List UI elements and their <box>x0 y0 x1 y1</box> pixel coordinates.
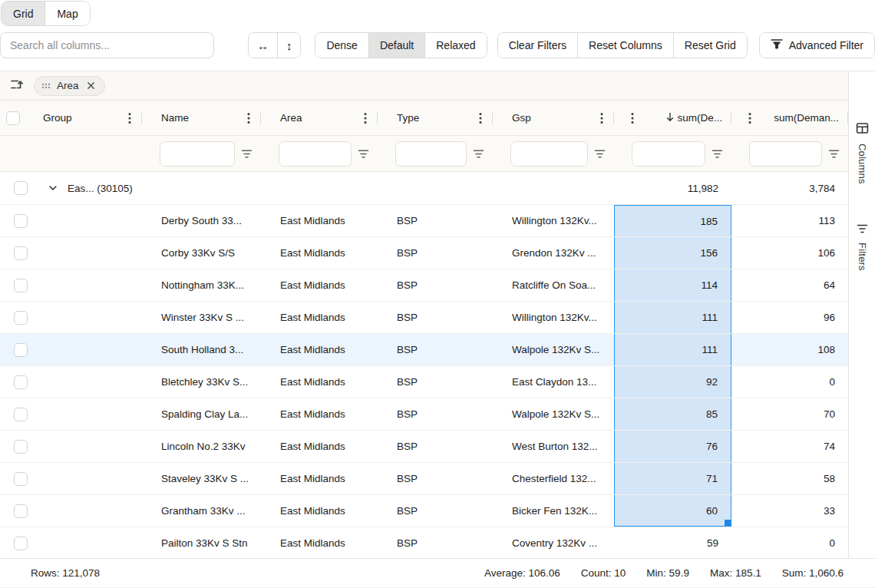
density-dense-button[interactable]: Dense <box>315 33 368 58</box>
column-menu-icon[interactable] <box>127 111 133 126</box>
type-cell[interactable]: BSP <box>378 269 493 301</box>
table-row[interactable]: Derby South 33...East MidlandsBSPWilling… <box>0 205 848 237</box>
type-cell[interactable]: BSP <box>378 366 493 398</box>
gsp-cell[interactable]: Coventry 132Kv ... <box>493 527 614 558</box>
density-default-button[interactable]: Default <box>368 33 424 58</box>
sum-demand2-cell[interactable]: 64 <box>731 269 848 301</box>
gsp-cell[interactable]: East Claydon 13... <box>493 366 614 398</box>
gsp-cell[interactable]: Walpole 132Kv S... <box>493 334 614 365</box>
group-column-cell[interactable] <box>37 463 142 494</box>
row-checkbox[interactable] <box>14 311 28 325</box>
area-cell[interactable]: East Midlands <box>261 366 378 398</box>
group-column-cell[interactable] <box>37 269 142 301</box>
name-cell[interactable]: Staveley 33Kv S ... <box>142 463 261 494</box>
group-column-cell[interactable] <box>37 527 142 558</box>
filter-menu-icon[interactable] <box>826 147 842 160</box>
row-checkbox[interactable] <box>14 537 28 550</box>
name-cell[interactable]: Pailton 33Kv S Stn <box>142 527 261 558</box>
sum-demand-cell[interactable]: 114 <box>614 269 731 301</box>
table-row[interactable]: Spalding Clay La...East MidlandsBSPWalpo… <box>0 398 848 431</box>
group-sum-demand2-cell[interactable]: 3,784 <box>731 172 848 204</box>
group-row[interactable]: Eas... (30105)11,9823,784 <box>0 172 848 205</box>
sidebar-tab-columns[interactable]: Columns <box>856 122 869 184</box>
gsp-cell[interactable]: Bicker Fen 132K... <box>493 495 614 527</box>
name-cell[interactable]: Bletchley 33Kv S... <box>142 366 261 398</box>
group-column-cell[interactable] <box>37 302 142 333</box>
tab-map[interactable]: Map <box>45 2 89 25</box>
chevron-down-icon[interactable] <box>46 181 60 195</box>
sum-demand2-cell[interactable]: 74 <box>731 431 848 462</box>
group-column-cell[interactable] <box>37 334 142 365</box>
filter-input-name[interactable] <box>160 141 235 167</box>
sum-demand2-cell[interactable]: 113 <box>731 205 848 236</box>
sum-demand2-cell[interactable]: 33 <box>731 495 848 527</box>
column-header-area[interactable]: Area <box>261 101 378 135</box>
group-sum-demand-cell[interactable]: 11,982 <box>614 172 731 204</box>
table-row[interactable]: Bletchley 33Kv S...East MidlandsBSPEast … <box>0 366 848 398</box>
column-menu-icon[interactable] <box>629 111 636 126</box>
area-cell[interactable]: East Midlands <box>261 431 378 462</box>
name-cell[interactable]: Winster 33Kv S ... <box>142 302 261 333</box>
name-cell[interactable]: Spalding Clay La... <box>142 398 261 430</box>
area-cell[interactable]: East Midlands <box>261 205 378 236</box>
sum-demand-cell[interactable]: 76 <box>614 431 731 462</box>
row-checkbox[interactable] <box>14 279 28 292</box>
area-cell[interactable]: East Midlands <box>261 302 378 333</box>
group-column-cell[interactable] <box>37 366 142 398</box>
name-cell[interactable]: Nottingham 33K... <box>142 269 261 301</box>
name-cell[interactable]: Derby South 33... <box>142 205 261 236</box>
table-row[interactable]: Winster 33Kv S ...East MidlandsBSPWillin… <box>0 302 848 334</box>
group-column-cell[interactable] <box>37 495 142 527</box>
type-cell[interactable]: BSP <box>378 237 493 269</box>
row-checkbox[interactable] <box>14 440 28 454</box>
filter-input-sumdeman[interactable] <box>749 141 822 167</box>
column-menu-icon[interactable] <box>747 111 753 126</box>
column-header-sumdeman[interactable]: sum(Deman... <box>731 101 848 135</box>
gsp-cell[interactable]: Chesterfield 132... <box>493 463 614 494</box>
group-cell[interactable]: Eas... (30105) <box>37 172 614 204</box>
column-header-type[interactable]: Type <box>378 101 493 135</box>
row-checkbox[interactable] <box>14 375 28 389</box>
gsp-cell[interactable]: Willington 132Kv... <box>493 205 614 236</box>
reset-columns-button[interactable]: Reset Columns <box>577 33 673 58</box>
row-checkbox[interactable] <box>14 246 28 260</box>
gsp-cell[interactable]: West Burton 132... <box>493 431 614 462</box>
type-cell[interactable]: BSP <box>378 431 493 462</box>
density-relaxed-button[interactable]: Relaxed <box>424 33 486 58</box>
filter-input-type[interactable] <box>395 141 467 167</box>
row-checkbox[interactable] <box>14 343 28 357</box>
sum-demand2-cell[interactable]: 108 <box>731 334 848 365</box>
sum-demand-cell[interactable]: 185 <box>614 205 731 236</box>
advanced-filter-button[interactable]: Advanced Filter <box>760 33 874 58</box>
column-header-name[interactable]: Name <box>142 101 261 135</box>
column-menu-icon[interactable] <box>599 111 605 126</box>
table-row[interactable]: Lincoln No.2 33KvEast MidlandsBSPWest Bu… <box>0 431 848 463</box>
filter-menu-icon[interactable] <box>471 147 487 160</box>
sum-demand2-cell[interactable]: 70 <box>731 398 848 430</box>
group-row-checkbox[interactable] <box>14 181 28 195</box>
group-column-cell[interactable] <box>37 398 142 430</box>
filter-menu-icon[interactable] <box>709 147 725 160</box>
sum-demand-cell[interactable]: 59 <box>614 527 731 558</box>
area-cell[interactable]: East Midlands <box>261 463 378 494</box>
table-row[interactable]: Grantham 33Kv ...East MidlandsBSPBicker … <box>0 495 848 527</box>
name-cell[interactable]: Lincoln No.2 33Kv <box>142 431 261 462</box>
type-cell[interactable]: BSP <box>378 398 493 430</box>
group-column-cell[interactable] <box>37 431 142 462</box>
type-cell[interactable]: BSP <box>378 302 493 333</box>
row-checkbox[interactable] <box>14 214 28 228</box>
gsp-cell[interactable]: Walpole 132Kv S... <box>493 398 614 430</box>
autosize-height-button[interactable]: ↕ <box>277 33 301 58</box>
search-input[interactable] <box>0 32 214 58</box>
sum-demand2-cell[interactable]: 0 <box>731 527 848 558</box>
name-cell[interactable]: Corby 33Kv S/S <box>142 237 261 269</box>
group-chip-area[interactable]: Area <box>34 76 105 96</box>
row-checkbox[interactable] <box>14 408 28 421</box>
column-menu-icon[interactable] <box>477 111 484 126</box>
select-all-checkbox[interactable] <box>6 111 20 125</box>
gsp-cell[interactable]: Grendon 132Kv ... <box>493 237 614 269</box>
filter-input-sumde[interactable] <box>632 141 705 167</box>
close-icon[interactable] <box>85 80 97 91</box>
area-cell[interactable]: East Midlands <box>261 527 378 558</box>
clear-filters-button[interactable]: Clear Filters <box>498 33 577 58</box>
